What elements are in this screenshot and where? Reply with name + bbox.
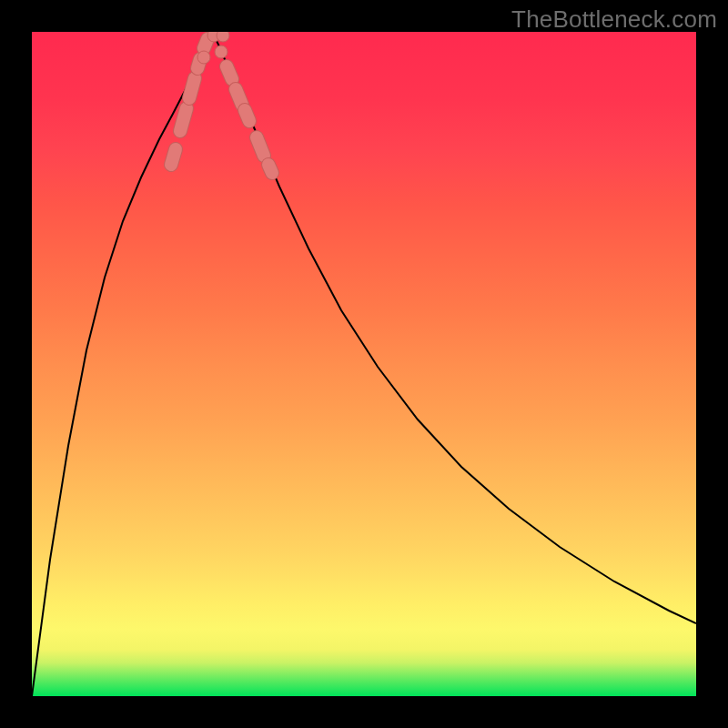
plot-area — [32, 32, 696, 696]
marker-dot — [207, 32, 220, 42]
marker-dot — [215, 46, 228, 58]
marker-capsule — [236, 89, 242, 105]
marker-capsule — [197, 59, 200, 68]
watermark-text: TheBottleneck.com — [511, 5, 717, 34]
marker-capsule — [204, 39, 207, 48]
marker-capsule — [257, 137, 264, 156]
curve-left-branch — [32, 32, 212, 696]
marker-capsule — [189, 78, 195, 98]
marker-capsule — [245, 110, 249, 121]
marker-dot — [217, 32, 229, 42]
marker-capsule — [236, 89, 242, 105]
curve-right-branch — [212, 32, 696, 623]
marker-capsule — [180, 108, 187, 131]
marker-capsule — [180, 108, 187, 131]
marker-capsule — [171, 149, 176, 165]
marker-capsule — [204, 39, 207, 48]
marker-capsule — [227, 66, 232, 79]
valley-markers — [171, 32, 272, 173]
marker-capsule — [171, 149, 176, 165]
chart-svg — [32, 32, 696, 696]
marker-capsule — [268, 165, 272, 173]
marker-capsule — [268, 165, 272, 173]
marker-dot — [197, 51, 210, 64]
marker-capsule — [197, 59, 200, 68]
marker-capsule — [189, 78, 195, 98]
marker-capsule — [257, 137, 264, 156]
outer-frame: TheBottleneck.com — [0, 0, 728, 728]
marker-capsule — [245, 110, 249, 121]
bottleneck-curve — [32, 32, 696, 696]
marker-capsule — [227, 66, 232, 79]
